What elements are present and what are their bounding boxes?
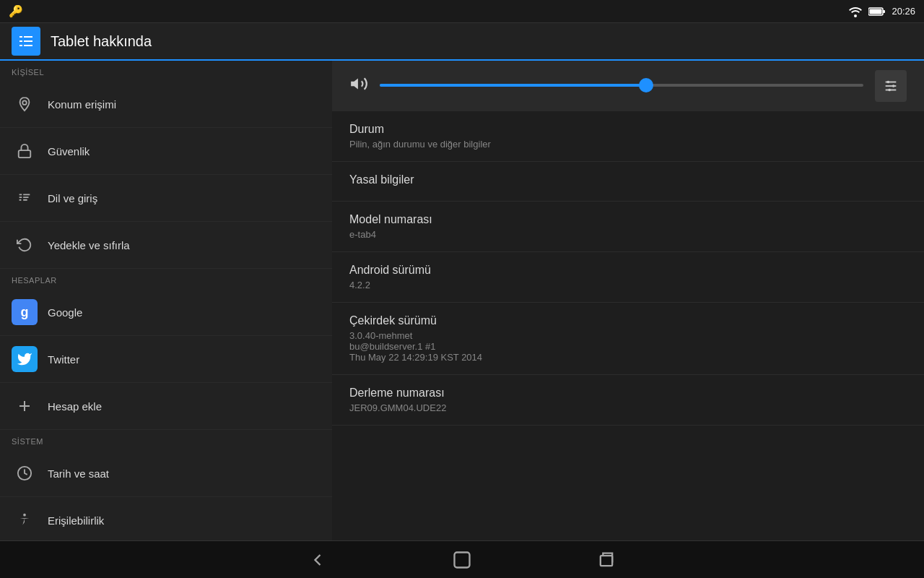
recent-apps-button[interactable]	[592, 545, 621, 574]
content-item-title: Android sürümü	[349, 264, 907, 277]
content-item-subtitle3: Thu May 22 14:29:19 KST 2014	[349, 352, 907, 363]
sidebar-item-label: Twitter	[48, 353, 79, 366]
content-item-android-surumu[interactable]: Android sürümü 4.2.2	[332, 252, 924, 303]
main-layout: KİŞİSEL Konum erişimi Güvenlik	[0, 61, 924, 540]
twitter-icon	[12, 346, 38, 372]
google-icon: g	[12, 299, 38, 325]
volume-fill	[380, 84, 646, 87]
home-button[interactable]	[448, 545, 476, 574]
sidebar-item-konum-erisimi[interactable]: Konum erişimi	[0, 81, 332, 128]
sidebar-item-label: Dil ve giriş	[48, 192, 97, 204]
svg-rect-1	[883, 10, 885, 13]
content-item-subtitle: Pilin, ağın durumu ve diğer bilgiler	[349, 139, 907, 150]
add-icon	[12, 393, 38, 419]
sidebar-item-yedekle-sifirla[interactable]: Yedekle ve sıfırla	[0, 222, 332, 269]
status-bar-right: 20:26	[848, 6, 915, 17]
time-display: 20:26	[892, 6, 915, 17]
lock-icon	[12, 138, 38, 164]
sidebar-item-label: Güvenlik	[48, 145, 90, 158]
sidebar-item-tarih-saat[interactable]: Tarih ve saat	[0, 450, 332, 497]
volume-slider[interactable]	[380, 84, 863, 88]
sidebar-item-label: Yedekle ve sıfırla	[48, 239, 130, 251]
sidebar-item-guvenlik[interactable]: Güvenlik	[0, 128, 332, 175]
sidebar-item-label: Hesap ekle	[48, 400, 102, 413]
svg-point-17	[887, 81, 890, 84]
sidebar-item-twitter[interactable]: Twitter	[0, 336, 332, 383]
status-bar-left: 🔑	[9, 4, 23, 18]
content-item-yasal-bilgiler[interactable]: Yasal bilgiler	[332, 162, 924, 202]
volume-track	[380, 84, 863, 87]
content-items-list: Durum Pilin, ağın durumu ve diğer bilgil…	[332, 111, 924, 426]
sidebar-item-label: Erişilebilirlik	[48, 514, 104, 527]
back-button[interactable]	[303, 545, 332, 574]
volume-overlay	[332, 61, 924, 111]
content-item-title: Derleme numarası	[349, 387, 907, 400]
sidebar: KİŞİSEL Konum erişimi Güvenlik	[0, 61, 332, 540]
wifi-icon	[848, 6, 863, 17]
svg-rect-2	[870, 9, 882, 14]
section-label-sistem: SİSTEM	[0, 430, 332, 450]
content-item-title: Çekirdek sürümü	[349, 314, 907, 327]
status-bar: 🔑 20:26	[0, 0, 924, 23]
svg-point-18	[892, 85, 895, 87]
section-label-hesaplar: HESAPLAR	[0, 269, 332, 289]
language-icon	[12, 185, 38, 211]
content-item-subtitle2: bu@buildserver.1 #1	[349, 341, 907, 352]
svg-point-3	[22, 100, 27, 105]
content-item-subtitle: 4.2.2	[349, 280, 907, 290]
content-item-subtitle: e-tab4	[349, 229, 907, 240]
clock-icon	[12, 460, 38, 486]
svg-rect-4	[19, 150, 31, 158]
content-area: Durum Pilin, ağın durumu ve diğer bilgil…	[332, 61, 924, 540]
content-item-subtitle: 3.0.40-mehmet	[349, 330, 907, 341]
header-settings-icon	[12, 27, 40, 56]
svg-rect-20	[455, 552, 470, 567]
backup-icon	[12, 232, 38, 258]
header-bar: Tablet hakkında	[0, 23, 924, 61]
page-title: Tablet hakkında	[51, 33, 152, 50]
content-item-cekirdek-surumu[interactable]: Çekirdek sürümü 3.0.40-mehmet bu@buildse…	[332, 303, 924, 375]
battery-icon	[868, 7, 886, 17]
svg-marker-13	[351, 78, 358, 89]
svg-point-19	[888, 89, 891, 92]
svg-point-8	[23, 514, 26, 517]
content-item-derleme-numarasi[interactable]: Derleme numarası JER09.GMM04.UDE22	[332, 375, 924, 426]
sidebar-item-dil-ve-giris[interactable]: Dil ve giriş	[0, 175, 332, 222]
svg-rect-21	[601, 556, 612, 566]
content-item-subtitle: JER09.GMM04.UDE22	[349, 402, 907, 413]
location-icon	[12, 91, 38, 117]
content-item-title: Durum	[349, 123, 907, 136]
equalizer-button[interactable]	[875, 70, 907, 102]
accessibility-icon	[12, 507, 38, 533]
section-label-kisisel: KİŞİSEL	[0, 61, 332, 81]
content-item-title: Model numarası	[349, 213, 907, 226]
key-icon: 🔑	[9, 4, 23, 18]
sidebar-item-label: Google	[48, 306, 82, 319]
sidebar-item-google[interactable]: g Google	[0, 289, 332, 336]
volume-thumb[interactable]	[639, 78, 653, 92]
sidebar-item-hesap-ekle[interactable]: Hesap ekle	[0, 383, 332, 430]
content-item-title: Yasal bilgiler	[349, 173, 907, 186]
sidebar-item-label: Konum erişimi	[48, 98, 116, 111]
content-item-durum[interactable]: Durum Pilin, ağın durumu ve diğer bilgil…	[332, 111, 924, 162]
content-item-model-numarasi[interactable]: Model numarası e-tab4	[332, 202, 924, 252]
sidebar-item-label: Tarih ve saat	[48, 467, 109, 480]
bottom-nav	[0, 540, 924, 578]
volume-icon	[349, 74, 368, 98]
sidebar-item-erisilebilirlik[interactable]: Erişilebilirlik	[0, 497, 332, 540]
